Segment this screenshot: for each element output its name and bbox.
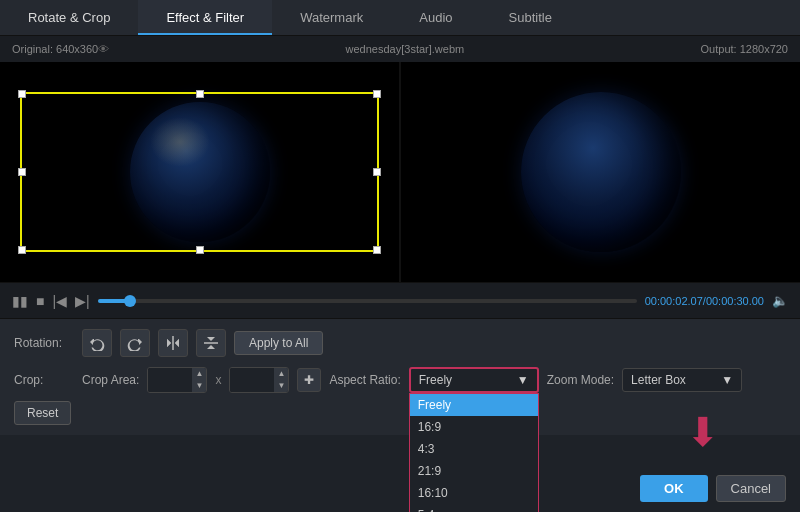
crop-handle-tl[interactable] [18, 90, 26, 98]
aspect-ratio-label: Aspect Ratio: [329, 373, 400, 387]
next-frame-button[interactable]: ▶| [75, 293, 90, 309]
volume-icon[interactable]: 🔈 [772, 293, 788, 308]
original-resolution: Original: 640x360 [12, 43, 98, 55]
aspect-ratio-selected: Freely [419, 373, 452, 387]
progress-track[interactable] [98, 299, 637, 303]
eye-icon[interactable]: 👁 [98, 43, 109, 55]
aspect-ratio-dropdown[interactable]: Freely ▼ Freely 16:9 4:3 21:9 16:10 5:4 … [409, 367, 539, 393]
tab-bar: Rotate & Crop Effect & Filter Watermark … [0, 0, 800, 36]
svg-marker-4 [207, 337, 215, 341]
crop-width-input[interactable]: 640 [148, 368, 192, 392]
prev-frame-button[interactable]: |◀ [52, 293, 67, 309]
tab-subtitle[interactable]: Subtitle [481, 0, 580, 35]
dimension-separator: x [215, 373, 221, 387]
crop-handle-br[interactable] [373, 246, 381, 254]
rotate-right-button[interactable] [120, 329, 150, 357]
aspect-option-4-3[interactable]: 4:3 [410, 438, 538, 460]
crop-width-down[interactable]: ▼ [192, 380, 206, 392]
tab-rotate-crop[interactable]: Rotate & Crop [0, 0, 138, 35]
aspect-option-16-10[interactable]: 16:10 [410, 482, 538, 504]
tab-effect-filter[interactable]: Effect & Filter [138, 0, 272, 35]
output-resolution: Output: 1280x720 [701, 43, 788, 55]
crop-handle-ml[interactable] [18, 168, 26, 176]
crop-height-input-group[interactable]: 360 ▲ ▼ [229, 367, 289, 393]
crop-label: Crop: [14, 373, 74, 387]
preview-left [0, 62, 399, 282]
time-display: 00:00:02.07/00:00:30.00 [645, 295, 764, 307]
crop-width-input-group[interactable]: 640 ▲ ▼ [147, 367, 207, 393]
crop-height-down[interactable]: ▼ [274, 380, 288, 392]
crop-height-input[interactable]: 360 [230, 368, 274, 392]
aspect-option-16-9[interactable]: 16:9 [410, 416, 538, 438]
rotation-label: Rotation: [14, 336, 74, 350]
crop-width-spinners: ▲ ▼ [192, 368, 206, 392]
crop-height-up[interactable]: ▲ [274, 368, 288, 380]
crop-height-spinners: ▲ ▼ [274, 368, 288, 392]
flip-vertical-button[interactable] [196, 329, 226, 357]
zoom-mode-dropdown[interactable]: Letter Box ▼ [622, 368, 742, 392]
pause-button[interactable]: ▮▮ [12, 293, 28, 309]
center-crop-button[interactable]: ✚ [297, 368, 321, 392]
rotation-row: Rotation: Apply to All [14, 329, 786, 357]
filename: wednesday[3star].webm [109, 43, 700, 55]
tab-watermark[interactable]: Watermark [272, 0, 391, 35]
rotate-left-button[interactable] [82, 329, 112, 357]
aspect-ratio-header[interactable]: Freely ▼ [409, 367, 539, 393]
controls-panel: Rotation: Apply to All Crop: Crop Area: … [0, 318, 800, 435]
reset-row: Reset [14, 401, 786, 425]
zoom-dropdown-arrow-icon: ▼ [721, 373, 733, 387]
svg-marker-5 [207, 345, 215, 349]
ok-button[interactable]: OK [640, 475, 708, 502]
aspect-option-freely[interactable]: Freely [410, 394, 538, 416]
main-container: Rotate & Crop Effect & Filter Watermark … [0, 0, 800, 512]
playback-bar: ▮▮ ■ |◀ ▶| 00:00:02.07/00:00:30.00 🔈 [0, 282, 800, 318]
progress-thumb[interactable] [124, 295, 136, 307]
crop-row: Crop: Crop Area: 640 ▲ ▼ x 360 ▲ ▼ ✚ [14, 367, 786, 393]
crop-handle-tr[interactable] [373, 90, 381, 98]
action-buttons: OK Cancel [640, 475, 786, 502]
crop-handle-mr[interactable] [373, 168, 381, 176]
crop-width-up[interactable]: ▲ [192, 368, 206, 380]
svg-marker-1 [167, 339, 171, 347]
dropdown-arrow-icon: ▼ [517, 373, 529, 387]
flip-horizontal-button[interactable] [158, 329, 188, 357]
crop-handle-bl[interactable] [18, 246, 26, 254]
preview-right [401, 62, 800, 282]
preview-area [0, 62, 800, 282]
stop-button[interactable]: ■ [36, 293, 44, 309]
crop-handle-tm[interactable] [196, 90, 204, 98]
aspect-option-5-4[interactable]: 5:4 [410, 504, 538, 512]
arrow-indicator: ⬇ [686, 412, 720, 452]
crop-handle-bm[interactable] [196, 246, 204, 254]
cancel-button[interactable]: Cancel [716, 475, 786, 502]
globe-left [130, 102, 270, 242]
tab-audio[interactable]: Audio [391, 0, 480, 35]
zoom-mode-selected: Letter Box [631, 373, 686, 387]
apply-all-button[interactable]: Apply to All [234, 331, 323, 355]
reset-button[interactable]: Reset [14, 401, 71, 425]
crop-area-label: Crop Area: [82, 373, 139, 387]
svg-marker-2 [175, 339, 179, 347]
info-bar: Original: 640x360 👁 wednesday[3star].web… [0, 36, 800, 62]
aspect-ratio-list: Freely 16:9 4:3 21:9 16:10 5:4 1:1 9:16 [409, 393, 539, 512]
globe-right [521, 92, 681, 252]
aspect-option-21-9[interactable]: 21:9 [410, 460, 538, 482]
zoom-mode-label: Zoom Mode: [547, 373, 614, 387]
